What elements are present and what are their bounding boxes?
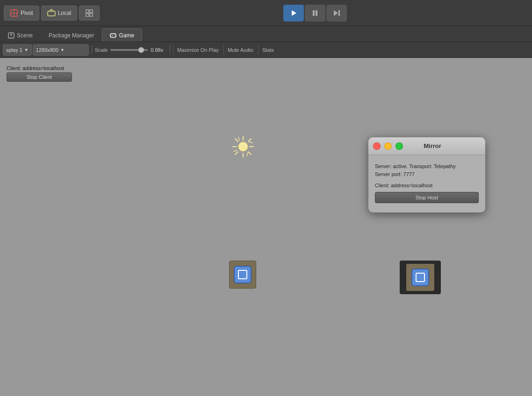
svg-rect-13 xyxy=(316,10,317,16)
mirror-title: Mirror xyxy=(407,142,458,149)
window-close-button[interactable] xyxy=(373,142,381,150)
grid-button[interactable] xyxy=(79,6,100,21)
mirror-client-address: Client: address=localhost xyxy=(375,183,479,188)
options-separator xyxy=(92,45,92,55)
optionsbar: splay 1 ▼ 1280x800 ▼ Scale 0.88x Maximiz… xyxy=(0,42,532,58)
pause-button[interactable] xyxy=(305,5,325,21)
sun-icon xyxy=(231,135,255,158)
scale-value: 0.88x xyxy=(151,47,163,53)
scene-icon xyxy=(8,32,14,39)
svg-rect-6 xyxy=(48,11,55,16)
game-object-1 xyxy=(229,261,256,289)
stop-client-button[interactable]: Stop Client xyxy=(7,72,72,82)
window-maximize-button[interactable] xyxy=(395,142,403,150)
mirror-server-status: Server: active. Transport: Telepathy Ser… xyxy=(375,163,479,178)
sun-object xyxy=(231,135,255,158)
options-separator-2 xyxy=(170,45,170,55)
mirror-titlebar: Mirror xyxy=(368,137,485,155)
play-icon xyxy=(290,9,297,17)
svg-marker-11 xyxy=(292,10,296,16)
resolution-label: 1280x800 xyxy=(36,47,58,53)
game-object-2-inner xyxy=(416,273,425,282)
tab-package-manager-label: Package Manager xyxy=(49,32,94,39)
step-button[interactable] xyxy=(326,5,347,21)
window-minimize-button[interactable] xyxy=(384,142,392,150)
client-address-label: Client: address=localhost xyxy=(7,65,72,71)
svg-line-35 xyxy=(249,142,252,143)
svg-point-17 xyxy=(10,34,12,35)
stop-host-button[interactable]: Stop Host xyxy=(375,192,479,203)
mirror-window: Mirror Server: active. Transport: Telepa… xyxy=(368,137,485,212)
resolution-dropdown[interactable]: 1280x800 ▼ xyxy=(33,44,89,56)
svg-line-31 xyxy=(235,152,238,155)
svg-point-21 xyxy=(114,35,115,35)
game-object-2-icon xyxy=(411,269,429,286)
svg-rect-18 xyxy=(110,34,116,37)
pivot-label: Pivot xyxy=(21,10,33,16)
svg-rect-9 xyxy=(86,14,89,16)
play-button[interactable] xyxy=(283,5,304,21)
svg-rect-10 xyxy=(90,14,93,16)
game-object-2 xyxy=(400,261,441,294)
display-label: splay 1 xyxy=(6,47,22,53)
display-dropdown[interactable]: splay 1 ▼ xyxy=(3,44,32,56)
play-controls xyxy=(283,5,347,21)
pause-icon xyxy=(311,9,319,17)
local-button[interactable]: Local xyxy=(41,6,78,21)
display-arrow-icon: ▼ xyxy=(24,48,29,52)
grid-icon xyxy=(85,9,93,17)
mute-audio-button[interactable]: Mute Audio xyxy=(223,44,257,56)
svg-rect-15 xyxy=(338,10,340,16)
svg-line-34 xyxy=(234,150,237,151)
svg-line-32 xyxy=(238,137,239,141)
local-label: Local xyxy=(58,10,72,16)
toolbar: Pivot Local xyxy=(0,0,532,26)
gamepad-icon xyxy=(110,32,116,39)
svg-line-33 xyxy=(247,153,248,156)
maximize-on-play-button[interactable]: Maximize On Play xyxy=(173,44,223,56)
pivot-icon xyxy=(10,9,18,17)
tab-package-manager[interactable]: Package Manager xyxy=(41,28,102,42)
svg-point-1 xyxy=(13,12,15,14)
tab-scene-label: Scene xyxy=(17,32,33,39)
game-object-2-base xyxy=(406,264,434,291)
tabbar: Scene Package Manager Game xyxy=(0,26,532,42)
svg-marker-14 xyxy=(334,10,338,16)
pivot-button[interactable]: Pivot xyxy=(4,6,39,21)
tab-game-label: Game xyxy=(119,32,134,39)
game-object-1-inner xyxy=(238,270,247,279)
svg-line-30 xyxy=(248,139,251,141)
resolution-arrow-icon: ▼ xyxy=(60,48,65,52)
svg-line-29 xyxy=(248,152,251,155)
mirror-content: Server: active. Transport: Telepathy Ser… xyxy=(368,155,485,212)
game-object-1-icon xyxy=(234,266,252,283)
stats-button[interactable]: Stats xyxy=(258,44,278,56)
svg-line-28 xyxy=(235,139,238,141)
scale-label: Scale xyxy=(95,47,108,53)
svg-rect-12 xyxy=(313,10,315,16)
tab-game[interactable]: Game xyxy=(102,28,142,42)
game-viewport: Client: address=localhost Stop Client xyxy=(0,58,532,396)
svg-rect-7 xyxy=(86,10,89,13)
svg-rect-8 xyxy=(90,10,93,13)
tab-scene[interactable]: Scene xyxy=(0,28,41,42)
step-icon xyxy=(333,9,340,17)
client-info: Client: address=localhost Stop Client xyxy=(7,65,72,82)
svg-point-23 xyxy=(238,142,248,151)
local-icon xyxy=(47,9,56,17)
scale-slider[interactable] xyxy=(110,49,148,51)
